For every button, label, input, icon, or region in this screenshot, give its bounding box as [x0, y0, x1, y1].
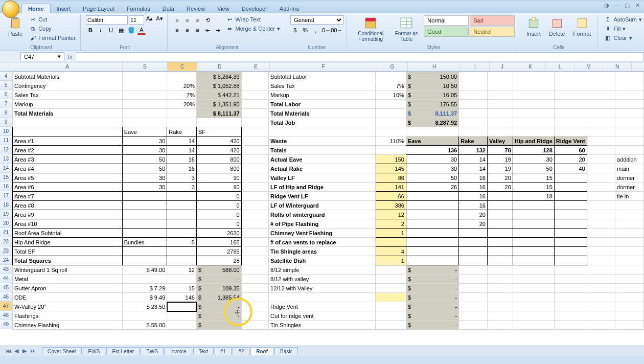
cell-C14[interactable]: 16	[167, 164, 197, 173]
cell-G12[interactable]	[376, 146, 406, 155]
cell-D24[interactable]: 28	[196, 256, 241, 265]
cell-M20[interactable]	[587, 219, 615, 229]
col-header-L[interactable]: L	[546, 62, 574, 71]
cell-N9[interactable]	[615, 118, 644, 127]
cell-F44[interactable]: 8/12 with valley	[269, 275, 376, 284]
cell-L10[interactable]	[554, 127, 587, 136]
cell-M21[interactable]	[587, 229, 615, 238]
fill-color-icon[interactable]: 🪣	[127, 26, 136, 35]
cell-K11[interactable]: Hip and Ridge	[513, 136, 554, 146]
col-header-G[interactable]: G	[377, 62, 408, 71]
row-header-14[interactable]: 14	[0, 164, 12, 173]
cell-J48[interactable]	[487, 311, 513, 321]
cell-C5[interactable]: 20%	[167, 81, 197, 90]
cell-M17[interactable]	[587, 192, 615, 201]
cell-K15[interactable]: 15	[513, 173, 554, 183]
cell-G4[interactable]	[376, 72, 406, 81]
cell-L8[interactable]	[554, 109, 587, 118]
cell-D14[interactable]: 800	[196, 164, 241, 173]
cell-E9[interactable]	[241, 118, 268, 127]
cell-K16[interactable]: 15	[513, 183, 554, 192]
col-header-A[interactable]: A	[12, 62, 123, 71]
cell-E13[interactable]	[241, 155, 268, 164]
cell-K8[interactable]	[513, 109, 554, 118]
number-format-combo[interactable]: General	[290, 15, 343, 25]
formula-input[interactable]	[76, 52, 644, 61]
cell-A48[interactable]: Flashings	[13, 311, 123, 321]
cell-H43[interactable]: $-	[406, 265, 458, 275]
cell-I6[interactable]	[459, 90, 488, 100]
cell-I46[interactable]	[459, 293, 488, 302]
row-header-22[interactable]: 22	[0, 237, 12, 246]
merge-center-button[interactable]: ⬌Merge & Center ▾	[225, 25, 282, 33]
cell-G49[interactable]	[376, 321, 406, 330]
cell-C8[interactable]	[167, 109, 197, 118]
cell-J13[interactable]: 19	[487, 155, 513, 164]
cell-L20[interactable]	[554, 219, 587, 229]
row-header-4[interactable]: 4	[0, 72, 12, 81]
cell-G48[interactable]	[376, 311, 406, 321]
cell-J49[interactable]	[487, 321, 513, 330]
paste-button[interactable]: Paste	[5, 15, 26, 38]
cell-N49[interactable]	[615, 321, 644, 330]
cell-F18[interactable]: LF of Winterguard	[269, 201, 376, 210]
cell-F13[interactable]: Actual Eave	[269, 155, 376, 164]
cell-F23[interactable]: Tin Shingle areas	[269, 247, 376, 256]
cell-E7[interactable]	[241, 100, 268, 109]
cell-C47[interactable]	[167, 302, 197, 311]
cell-H7[interactable]: $176.55	[406, 100, 458, 109]
cell-G46[interactable]	[376, 293, 406, 302]
cell-B13[interactable]: 50	[122, 155, 167, 164]
cell-F20[interactable]: # of Pipe Flashing	[269, 219, 376, 229]
close-icon[interactable]: ✕	[634, 2, 641, 9]
cell-N47[interactable]	[615, 302, 644, 311]
cell-E11[interactable]	[241, 136, 268, 146]
cell-J12[interactable]: 78	[487, 146, 513, 155]
ribbon-tab-view[interactable]: View	[211, 4, 236, 13]
cell-G19[interactable]: 12	[376, 210, 406, 219]
cell-H4[interactable]: $150.00	[406, 72, 458, 81]
cell-G43[interactable]	[376, 265, 406, 275]
cell-I21[interactable]	[459, 229, 488, 238]
cell-K5[interactable]	[513, 81, 554, 90]
minimize-icon[interactable]: —	[613, 2, 620, 9]
cell-H20[interactable]	[406, 219, 458, 229]
cell-M15[interactable]	[587, 173, 615, 183]
cell-G20[interactable]: 2	[376, 219, 406, 229]
cell-L46[interactable]	[554, 293, 587, 302]
cell-M49[interactable]	[587, 321, 615, 330]
cell-A43[interactable]: Winterguard 1 Sq roll	[13, 265, 123, 275]
row-header-13[interactable]: 13	[0, 154, 12, 164]
cell-K20[interactable]	[513, 219, 554, 229]
cell-J46[interactable]	[487, 293, 513, 302]
cell-H13[interactable]: 30	[406, 155, 458, 164]
conditional-formatting-button[interactable]: Conditional Formatting	[352, 15, 389, 43]
cell-G11[interactable]: 110%	[376, 136, 406, 146]
sheet-tab-text[interactable]: Text	[193, 347, 214, 355]
cell-G17[interactable]: 66	[376, 192, 406, 201]
fill-button[interactable]: ⬇Fill ▾	[603, 25, 643, 33]
cell-N7[interactable]	[615, 100, 644, 109]
cell-L7[interactable]	[554, 100, 587, 109]
cell-E22[interactable]	[241, 238, 268, 247]
cell-I12[interactable]: 132	[459, 146, 488, 155]
row-header-45[interactable]: 45	[0, 283, 12, 292]
sheet-tab-basic[interactable]: Basic	[274, 347, 298, 355]
comma-icon[interactable]: ,	[311, 26, 320, 35]
cell-C45[interactable]: 15	[167, 284, 197, 293]
cell-E21[interactable]	[241, 229, 268, 238]
italic-icon[interactable]: I	[96, 26, 105, 35]
cell-J45[interactable]	[487, 284, 513, 293]
cell-B18[interactable]	[122, 201, 167, 210]
cell-I22[interactable]	[459, 238, 488, 247]
style-bad[interactable]: Bad	[470, 15, 515, 26]
font-name-combo[interactable]	[86, 15, 128, 25]
cell-D5[interactable]: $ 1,052.88	[196, 81, 241, 90]
cell-B49[interactable]: $ 55.00	[122, 321, 167, 330]
cell-N12[interactable]	[615, 146, 644, 155]
cell-L47[interactable]	[554, 302, 587, 311]
cell-B20[interactable]	[122, 219, 167, 229]
cell-F43[interactable]: 8/12 simple	[269, 265, 376, 275]
name-box[interactable]: C47▾	[20, 52, 64, 61]
cell-L16[interactable]	[554, 183, 587, 192]
